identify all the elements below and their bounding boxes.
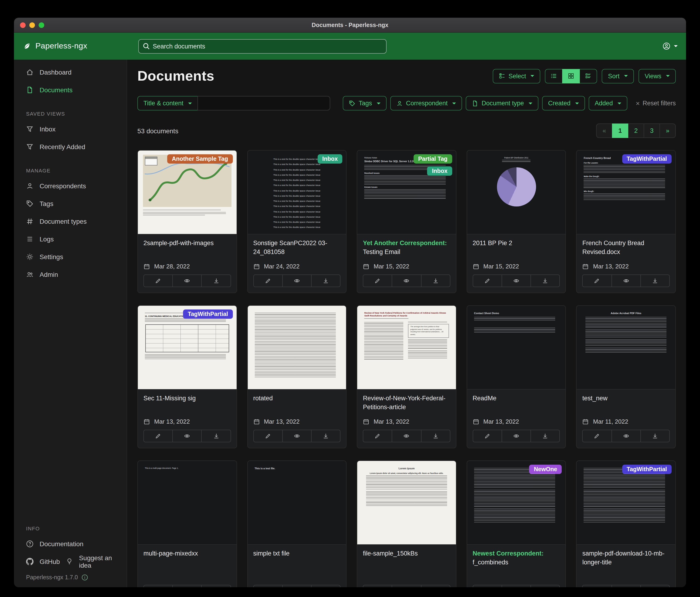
close-button[interactable] — [20, 22, 26, 28]
download-button[interactable] — [201, 430, 230, 442]
sidebar-item-documents[interactable]: Documents — [14, 81, 127, 99]
download-button[interactable] — [201, 586, 230, 587]
pagination-next[interactable]: » — [659, 123, 676, 138]
view-button[interactable] — [282, 586, 311, 587]
tag-badge-tagwithpartial[interactable]: TagWithPartial — [622, 464, 672, 474]
document-title[interactable]: rotated — [253, 394, 341, 413]
edit-button[interactable] — [583, 275, 611, 287]
document-card[interactable]: French Country BreadFor the Leaven:Make … — [576, 150, 676, 293]
tag-badge-newone[interactable]: NewOne — [529, 464, 562, 474]
edit-button[interactable] — [473, 586, 502, 587]
sidebar-item-tags[interactable]: Tags — [14, 195, 127, 213]
document-title[interactable]: multi-page-mixedxx — [144, 549, 231, 568]
document-title[interactable]: Sec 11-Missing sig — [144, 394, 231, 413]
edit-button[interactable] — [254, 275, 282, 287]
download-button[interactable] — [530, 586, 559, 587]
edit-button[interactable] — [473, 275, 502, 287]
list-view-button[interactable] — [545, 69, 563, 83]
sort-button[interactable]: Sort — [602, 69, 634, 83]
tag-badge-tagwithpartial[interactable]: TagWithPartial — [622, 154, 672, 164]
view-button[interactable] — [502, 275, 530, 287]
document-correspondent[interactable]: Yet Another Correspondent: — [363, 240, 447, 246]
document-thumbnail[interactable]: This is a test file. — [248, 461, 346, 545]
info-icon[interactable] — [81, 574, 88, 581]
download-button[interactable] — [641, 586, 669, 587]
tag-badge-inbox[interactable]: Inbox — [427, 166, 452, 176]
pagination-prev[interactable]: « — [596, 123, 612, 138]
document-title[interactable]: Sonstige ScanPC2022 03-24_081058 — [253, 239, 341, 258]
correspondent-filter-button[interactable]: Correspondent — [390, 96, 462, 111]
document-thumbnail[interactable]: French Country BreadFor the Leaven:Make … — [577, 150, 675, 234]
document-title[interactable]: test_new — [582, 394, 670, 413]
view-button[interactable] — [172, 586, 201, 587]
title-content-filter-input[interactable] — [198, 96, 330, 111]
view-button[interactable] — [392, 430, 421, 442]
sidebar-item-logs[interactable]: Logs — [14, 230, 127, 248]
download-button[interactable] — [641, 430, 669, 442]
document-title[interactable]: file-sample_150kBs — [363, 549, 450, 568]
download-button[interactable] — [311, 586, 340, 587]
select-button[interactable]: Select — [493, 69, 541, 83]
edit-button[interactable] — [583, 586, 611, 587]
download-button[interactable] — [530, 430, 559, 442]
detail-view-button[interactable] — [580, 69, 597, 83]
document-title[interactable]: 2011 BP Pie 2 — [473, 239, 560, 258]
tag-badge-another-sample-tag[interactable]: Another Sample Tag — [167, 154, 233, 164]
edit-button[interactable] — [363, 586, 392, 587]
document-title[interactable]: simple txt file — [253, 549, 341, 568]
document-card[interactable]: This is a test for the double space char… — [247, 150, 347, 293]
edit-button[interactable] — [583, 430, 611, 442]
sidebar-item-documentation[interactable]: Documentation — [14, 535, 127, 553]
edit-button[interactable] — [144, 430, 172, 442]
document-type-filter-button[interactable]: Document type — [466, 96, 539, 111]
document-thumbnail[interactable]: This is a multi page document. Page 1. — [138, 461, 236, 545]
download-button[interactable] — [311, 430, 340, 442]
document-card[interactable]: NewOneNewest Correspondent: f_combineds — [467, 460, 566, 587]
sidebar-item-dashboard[interactable]: Dashboard — [14, 63, 127, 81]
view-button[interactable] — [282, 275, 311, 287]
sidebar-item-github[interactable]: GitHub — [14, 553, 62, 570]
reset-filters-button[interactable]: × Reset filters — [636, 100, 676, 107]
download-button[interactable] — [530, 275, 559, 287]
view-button[interactable] — [392, 275, 421, 287]
document-card[interactable]: Lorem ipsumLorem ipsum dolor sit amet, c… — [357, 460, 456, 587]
view-button[interactable] — [502, 430, 530, 442]
grid-view-button[interactable] — [562, 69, 580, 83]
tags-filter-button[interactable]: Tags — [343, 96, 386, 111]
sidebar-item-suggest-an-idea[interactable]: Suggest an idea — [62, 553, 127, 570]
sidebar-item-correspondents[interactable]: Correspondents — [14, 177, 127, 195]
document-title[interactable]: sample-pdf-download-10-mb-longer-title — [582, 549, 670, 568]
view-button[interactable] — [502, 586, 530, 587]
document-title[interactable]: ReadMe — [473, 394, 560, 413]
document-thumbnail[interactable]: Lorem ipsumLorem ipsum dolor sit amet, c… — [357, 461, 456, 545]
tag-badge-partial-tag[interactable]: Partial Tag — [414, 154, 452, 164]
download-button[interactable] — [421, 430, 450, 442]
document-thumbnail[interactable]: Review of New York Federal Petitions for… — [357, 306, 456, 390]
document-card[interactable]: Patient BP Distribution 20112011 BP Pie … — [467, 150, 566, 293]
document-card[interactable]: Another Sample Tag2sample-pdf-with-image… — [138, 150, 237, 293]
search-input[interactable] — [138, 39, 386, 53]
account-menu[interactable] — [663, 42, 686, 50]
document-card[interactable]: 11. CONTINUING MEDICAL EDUCATIONTagWithP… — [138, 305, 237, 448]
sidebar-item-document-types[interactable]: Document types — [14, 213, 127, 230]
edit-button[interactable] — [473, 430, 502, 442]
document-thumbnail[interactable]: Contact Sheet Demo — [467, 306, 566, 390]
view-button[interactable] — [392, 586, 421, 587]
document-title[interactable]: 2sample-pdf-with-images — [144, 239, 231, 258]
document-title[interactable]: Yet Another Correspondent: Testing Email — [363, 239, 450, 258]
views-button[interactable]: Views — [639, 69, 676, 83]
document-card[interactable]: This is a multi page document. Page 1.mu… — [138, 460, 237, 587]
pagination-page-2[interactable]: 2 — [628, 123, 644, 138]
document-card[interactable]: Release NotesSimba ODBC Driver for SQL S… — [357, 150, 456, 293]
edit-button[interactable] — [144, 275, 172, 287]
created-filter-button[interactable]: Created — [542, 96, 585, 111]
view-button[interactable] — [172, 430, 201, 442]
download-button[interactable] — [201, 275, 230, 287]
title-content-filter-button[interactable]: Title & content — [138, 96, 198, 111]
edit-button[interactable] — [363, 430, 392, 442]
document-thumbnail[interactable] — [248, 306, 346, 390]
document-thumbnail[interactable]: Release NotesSimba ODBC Driver for SQL S… — [357, 150, 456, 234]
sidebar-item-recently-added[interactable]: Recently Added — [14, 138, 127, 156]
edit-button[interactable] — [144, 586, 172, 587]
download-button[interactable] — [421, 275, 450, 287]
